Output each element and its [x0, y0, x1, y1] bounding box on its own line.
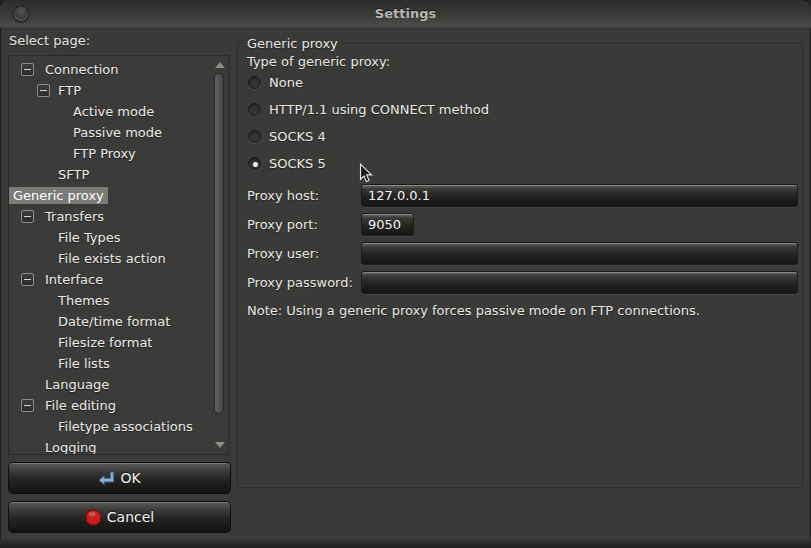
tree-item-language[interactable]: Language [9, 374, 212, 395]
title-bar[interactable]: Settings [0, 0, 811, 28]
settings-tree-panel: Connection FTP Active mode Passive mode … [8, 55, 229, 455]
tree-item-label: Filetype associations [9, 419, 193, 434]
proxy-port-input[interactable] [361, 213, 414, 236]
tree-item-label: Passive mode [9, 125, 162, 140]
tree-item-label: SFTP [9, 167, 89, 182]
scroll-down-icon[interactable] [215, 442, 225, 448]
tree-item-label: FTP [58, 83, 81, 98]
tree-item-connection[interactable]: Connection [9, 59, 212, 80]
proxy-port-row: Proxy port: [247, 213, 802, 236]
radio-label: HTTP/1.1 using CONNECT method [269, 102, 489, 117]
proxy-host-input[interactable] [361, 184, 798, 207]
settings-dialog: Settings Select page: Connection FTP Act… [0, 0, 811, 548]
tree-item-label: Language [9, 377, 109, 392]
tree-item-sftp[interactable]: SFTP [9, 164, 212, 185]
radio-icon[interactable] [248, 76, 261, 89]
tree-item-file-exists-action[interactable]: File exists action [9, 248, 212, 269]
tree-item-label: File editing [45, 398, 116, 413]
tree-item-label: Transfers [45, 209, 104, 224]
tree-item-label-selected: Generic proxy [9, 187, 108, 204]
ok-button-label: OK [120, 470, 140, 486]
proxy-password-input[interactable] [361, 271, 798, 294]
cancel-button[interactable]: Cancel [8, 501, 231, 533]
collapse-icon[interactable] [21, 399, 34, 412]
tree-item-label: Date/time format [9, 314, 170, 329]
radio-label: SOCKS 5 [269, 156, 326, 171]
ok-button[interactable]: OK [8, 462, 231, 494]
radio-label: SOCKS 4 [269, 129, 326, 144]
collapse-icon[interactable] [21, 273, 34, 286]
collapse-icon[interactable] [21, 63, 34, 76]
tree-item-transfers[interactable]: Transfers [9, 206, 212, 227]
tree-item-active-mode[interactable]: Active mode [9, 101, 212, 122]
tree-item-label: File lists [9, 356, 110, 371]
tree-item-label: File exists action [9, 251, 166, 266]
tree-item-generic-proxy[interactable]: Generic proxy [9, 185, 212, 206]
tree-item-datetime-format[interactable]: Date/time format [9, 311, 212, 332]
tree-item-filetype-associations[interactable]: Filetype associations [9, 416, 212, 437]
tree-item-logging[interactable]: Logging [9, 437, 212, 455]
radio-selected-icon[interactable] [248, 157, 261, 170]
tree-item-passive-mode[interactable]: Passive mode [9, 122, 212, 143]
settings-tree: Connection FTP Active mode Passive mode … [9, 59, 212, 455]
tree-item-filesize-format[interactable]: Filesize format [9, 332, 212, 353]
scroll-up-icon[interactable] [215, 62, 225, 68]
collapse-icon[interactable] [37, 84, 50, 97]
stop-icon [85, 509, 102, 526]
radio-none[interactable]: None [248, 69, 802, 96]
enter-arrow-icon [98, 471, 115, 486]
tree-item-themes[interactable]: Themes [9, 290, 212, 311]
tree-scrollbar[interactable] [212, 57, 227, 453]
tree-item-file-lists[interactable]: File lists [9, 353, 212, 374]
tree-item-label: FTP Proxy [9, 146, 136, 161]
proxy-type-label: Type of generic proxy: [247, 54, 802, 69]
radio-label: None [269, 75, 303, 90]
window-bottom-edge [0, 539, 811, 548]
radio-socks4[interactable]: SOCKS 4 [248, 123, 802, 150]
tree-item-interface[interactable]: Interface [9, 269, 212, 290]
select-page-label: Select page: [9, 33, 90, 48]
tree-item-label: Filesize format [9, 335, 152, 350]
proxy-password-label: Proxy password: [247, 275, 361, 290]
proxy-password-row: Proxy password: [247, 271, 802, 294]
tree-item-label: Active mode [9, 104, 154, 119]
window-title: Settings [0, 6, 811, 21]
group-title: Generic proxy [247, 36, 342, 51]
proxy-host-row: Proxy host: [247, 184, 802, 207]
tree-item-label: File Types [9, 230, 121, 245]
proxy-port-label: Proxy port: [247, 217, 361, 232]
generic-proxy-note: Note: Using a generic proxy forces passi… [247, 303, 802, 318]
proxy-user-row: Proxy user: [247, 242, 802, 265]
proxy-fields: Proxy host: Proxy port: Proxy user: Prox… [247, 184, 802, 294]
tree-item-label: Connection [45, 62, 119, 77]
radio-icon[interactable] [248, 103, 261, 116]
tree-item-file-editing[interactable]: File editing [9, 395, 212, 416]
tree-item-label: Logging [9, 440, 97, 455]
radio-socks5[interactable]: SOCKS 5 [248, 150, 802, 177]
scrollbar-thumb[interactable] [214, 73, 224, 414]
tree-item-ftp-proxy[interactable]: FTP Proxy [9, 143, 212, 164]
radio-http-connect[interactable]: HTTP/1.1 using CONNECT method [248, 96, 802, 123]
proxy-user-input[interactable] [361, 242, 798, 265]
proxy-user-label: Proxy user: [247, 246, 361, 261]
tree-item-label: Themes [9, 293, 110, 308]
cancel-button-label: Cancel [107, 509, 154, 525]
tree-item-ftp[interactable]: FTP [9, 80, 212, 101]
generic-proxy-group: Generic proxy Type of generic proxy: Non… [237, 36, 803, 488]
tree-item-label: Interface [45, 272, 103, 287]
tree-item-file-types[interactable]: File Types [9, 227, 212, 248]
collapse-icon[interactable] [21, 210, 34, 223]
radio-icon[interactable] [248, 130, 261, 143]
proxy-host-label: Proxy host: [247, 188, 361, 203]
